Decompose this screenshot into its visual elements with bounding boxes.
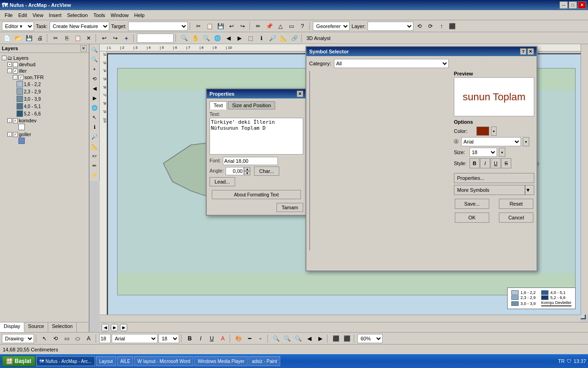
xy-btn[interactable]: XY: [90, 151, 99, 161]
devhud-expand[interactable]: +: [7, 62, 12, 67]
pan2-btn[interactable]: +: [90, 64, 99, 74]
fill-color-btn[interactable]: 🎨: [233, 334, 243, 344]
symbol-capital[interactable]: AaBbYyZz Capital: [310, 235, 310, 250]
font-family-dropdown[interactable]: Arial: [112, 334, 158, 343]
pan-btn[interactable]: ✋: [190, 33, 200, 43]
about-formatting-btn[interactable]: About Formatting Text: [212, 190, 301, 199]
task-dropdown[interactable]: Create New Feature: [50, 22, 109, 31]
angle-up-btn[interactable]: ▲: [244, 167, 250, 171]
lightning-btn[interactable]: ⚡: [90, 171, 99, 180]
undo2-btn[interactable]: ↩: [99, 33, 109, 43]
ok-btn[interactable]: OK: [455, 213, 489, 223]
new-map-btn[interactable]: 📄: [2, 33, 12, 43]
page-prev-btn[interactable]: ◀: [102, 324, 109, 331]
italic-style-btn[interactable]: I: [480, 158, 490, 168]
ellipse-tool[interactable]: ⬭: [73, 334, 83, 344]
rect-tool[interactable]: ▭: [62, 334, 72, 344]
rotate-btn[interactable]: ⟲: [90, 74, 99, 83]
rotate-tool[interactable]: ⟲: [51, 334, 61, 344]
menu-edit[interactable]: Edit: [16, 12, 30, 19]
align-center-btn[interactable]: ⬛: [342, 334, 352, 344]
properties-btn[interactable]: Properties...: [454, 173, 534, 183]
zoom-full-btn[interactable]: 🔍: [271, 334, 281, 344]
taskbar-paint[interactable]: adsiz - Paint: [249, 356, 280, 366]
zoom-next-btn[interactable]: ▶: [315, 334, 325, 344]
more-symbols-arrow[interactable]: ▼: [525, 185, 534, 195]
copy-btn[interactable]: 📋: [204, 21, 215, 31]
close-panel-btn[interactable]: ✕: [80, 45, 87, 52]
bold-btn[interactable]: B: [185, 334, 195, 344]
color-picker-btn[interactable]: [476, 126, 489, 136]
zoom-prev-btn[interactable]: ◀: [304, 334, 314, 344]
zoom-layer-btn[interactable]: 🔍: [282, 334, 292, 344]
font-size-input[interactable]: [99, 334, 111, 343]
son-tfr-expand[interactable]: -: [13, 75, 17, 80]
tab-selection[interactable]: Selection: [48, 322, 77, 332]
goller-check[interactable]: [13, 132, 18, 137]
devhud-check[interactable]: [13, 62, 18, 67]
zoom-in-btn[interactable]: 🔍: [90, 45, 99, 54]
back2-btn[interactable]: ◀: [90, 84, 99, 93]
measure-btn[interactable]: 📐: [278, 33, 288, 43]
cancel-btn[interactable]: Cancel: [499, 213, 533, 223]
goller-expand[interactable]: -: [7, 132, 12, 137]
identify-btn[interactable]: ℹ: [256, 33, 266, 43]
menu-file[interactable]: File: [2, 12, 16, 19]
tab-display[interactable]: Display: [0, 322, 24, 332]
font-input[interactable]: [223, 157, 278, 165]
font-select[interactable]: Arial: [461, 137, 521, 146]
start-button[interactable]: 🪟 Başlat: [2, 356, 35, 367]
copy2-btn[interactable]: ⎘: [62, 33, 72, 43]
tamam-btn[interactable]: Tamam: [277, 203, 303, 212]
goller-item[interactable]: - goller: [7, 131, 87, 138]
scroll-v[interactable]: [581, 44, 588, 315]
lead-btn[interactable]: Lead...: [209, 177, 235, 186]
redo-btn[interactable]: ↪: [237, 21, 248, 31]
sketch-btn[interactable]: ✏: [253, 21, 263, 31]
fwd-btn[interactable]: ▶: [234, 33, 244, 43]
menu-view[interactable]: View: [30, 12, 46, 19]
layer-btn3[interactable]: ↑: [436, 21, 447, 31]
close-button[interactable]: ✕: [578, 1, 586, 9]
help-btn2[interactable]: ?: [297, 21, 307, 31]
open-btn[interactable]: 📂: [13, 33, 23, 43]
tab-text[interactable]: Text: [209, 101, 227, 109]
symbol-help-btn[interactable]: ?: [520, 48, 526, 55]
taskbar-arcmap[interactable]: 🗺 Nufus - ArcMap - Arc...: [36, 356, 95, 366]
add-data-btn[interactable]: +: [121, 33, 131, 43]
iller-check[interactable]: [13, 69, 18, 74]
komdev-check[interactable]: [13, 118, 18, 123]
zoom-select-btn[interactable]: 🔍: [293, 334, 303, 344]
char-btn[interactable]: Char...: [254, 167, 279, 176]
bold-style-btn[interactable]: B: [469, 158, 480, 168]
select-btn[interactable]: ⬚: [245, 33, 255, 43]
find2-btn[interactable]: 🔎: [90, 132, 99, 141]
undo-btn[interactable]: ↩: [226, 21, 237, 31]
minimize-button[interactable]: ─: [560, 1, 568, 9]
menu-window[interactable]: Window: [108, 12, 131, 19]
font-color-btn[interactable]: A: [218, 334, 228, 344]
hyperlink-btn[interactable]: 🔗: [289, 33, 300, 43]
vertex-btn[interactable]: △: [275, 21, 285, 31]
properties-close-btn[interactable]: ✕: [297, 91, 303, 97]
text-textarea[interactable]: Türkiye' deki İllerin Nüfusunun Toplam D: [209, 118, 303, 155]
save-map-btn[interactable]: 💾: [24, 33, 34, 43]
iller-item[interactable]: - iller: [7, 68, 87, 74]
layer-dropdown[interactable]: [368, 22, 413, 31]
draw2-btn[interactable]: ✏: [90, 161, 99, 170]
strikethrough-style-btn[interactable]: S: [501, 158, 511, 168]
find-btn[interactable]: 🔎: [267, 33, 277, 43]
symbol-country2[interactable]: A a B b Y y Z z Country 2: [310, 102, 310, 206]
angle-input[interactable]: [226, 167, 244, 175]
globe2-btn[interactable]: 🌐: [90, 103, 99, 112]
taskbar-word[interactable]: W layout - Microsoft Word: [134, 356, 193, 366]
color-dropdown-btn[interactable]: ▼: [491, 126, 497, 136]
font-size-dropdown[interactable]: 18: [158, 334, 179, 343]
symbol-close-btn[interactable]: ✕: [527, 48, 534, 55]
komdev-item[interactable]: - komdev: [7, 117, 87, 124]
cut-vertices-btn[interactable]: ✂: [193, 21, 204, 31]
underline-btn[interactable]: U: [207, 334, 217, 344]
maximize-button[interactable]: □: [569, 1, 577, 9]
zoom-out-btn[interactable]: 🔍: [90, 55, 99, 64]
symbol-list[interactable]: AaBbYyZz Country 1 A a B b Y y Z z Count…: [309, 71, 310, 250]
